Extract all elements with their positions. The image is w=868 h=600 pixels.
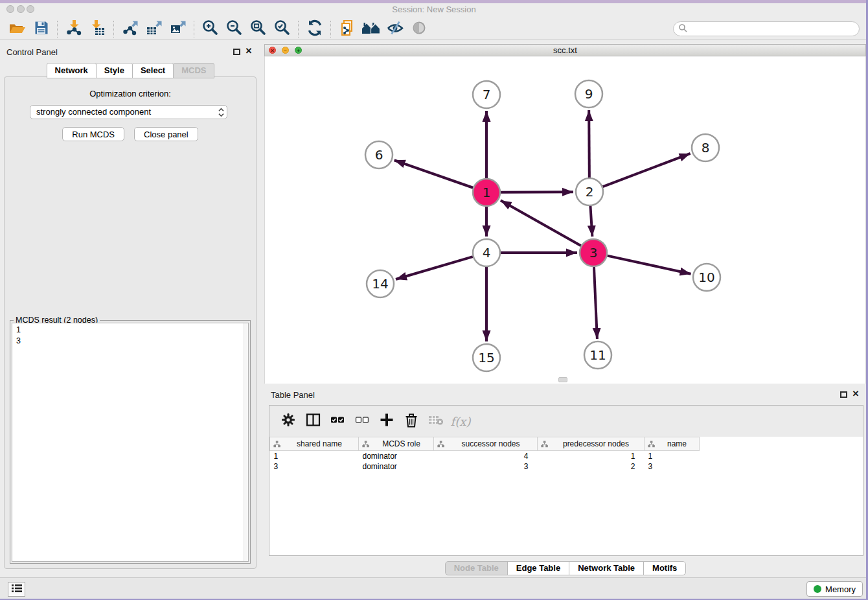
delete-table-button[interactable] (424, 411, 448, 432)
graph-edge-3-1[interactable] (501, 200, 581, 246)
table-row[interactable]: 1dominator411 (270, 451, 700, 461)
tab-style[interactable]: Style (96, 63, 133, 78)
graph-edge-2-8[interactable] (603, 154, 691, 187)
export-network-button[interactable] (118, 19, 142, 39)
graph-node-4[interactable]: 4 (473, 239, 500, 266)
search-input[interactable] (690, 23, 859, 35)
cell-predecessor-nodes[interactable]: 1 (538, 451, 645, 461)
zoom-out-button[interactable] (222, 19, 246, 39)
cell-name[interactable]: 3 (645, 461, 700, 472)
tab-network-table[interactable]: Network Table (569, 561, 644, 575)
float-table-panel-icon[interactable] (840, 391, 847, 398)
graph-node-6[interactable]: 6 (365, 141, 393, 168)
tab-select[interactable]: Select (132, 63, 174, 78)
tab-motifs[interactable]: Motifs (643, 561, 686, 575)
disabled-view-button[interactable] (407, 19, 431, 39)
graph-node-3[interactable]: 3 (580, 239, 607, 266)
graph-edge-4-14[interactable] (396, 257, 473, 279)
main-toolbar (0, 18, 868, 40)
table-row[interactable]: 3dominator323 (270, 461, 700, 472)
import-table-button[interactable] (86, 19, 109, 39)
deselect-all-rows-button[interactable] (350, 411, 374, 432)
column-header-mcds-role[interactable]: MCDS role (359, 437, 434, 451)
network-canvas[interactable]: 7968124314101511 (264, 56, 866, 384)
first-neighbors-button[interactable] (359, 19, 383, 39)
run-mcds-button[interactable]: Run MCDS (62, 127, 124, 141)
graph-node-2[interactable]: 2 (576, 178, 603, 205)
svg-text:3: 3 (589, 245, 598, 260)
save-session-button[interactable] (29, 19, 53, 39)
column-header-successor-nodes[interactable]: successor nodes (434, 437, 538, 451)
memory-button[interactable]: Memory (806, 581, 863, 597)
network-window-titlebar[interactable]: scc.txt (264, 44, 866, 56)
delete-row-button[interactable] (399, 411, 424, 432)
table-panel-title: Table Panel (271, 390, 315, 400)
graph-node-7[interactable]: 7 (473, 81, 500, 108)
column-label: predecessor nodes (563, 439, 629, 448)
zoom-selected-button[interactable] (270, 19, 294, 39)
export-image-button[interactable] (166, 19, 190, 39)
houses-icon (361, 20, 381, 38)
graph-node-8[interactable]: 8 (692, 134, 719, 161)
cell-shared-name[interactable]: 1 (270, 451, 359, 461)
window-frame-top (0, 0, 868, 3)
result-scrollbar[interactable] (244, 323, 248, 561)
graph-node-1[interactable]: 1 (473, 179, 500, 206)
column-header-predecessor-nodes[interactable]: predecessor nodes (538, 437, 645, 451)
task-history-button[interactable] (8, 582, 25, 597)
export-table-button[interactable] (142, 19, 166, 39)
cell-successor-nodes[interactable]: 4 (434, 451, 538, 461)
graph-node-14[interactable]: 14 (367, 270, 394, 297)
mcds-result-text[interactable]: 1 3 (12, 323, 249, 562)
tab-edge-table[interactable]: Edge Table (507, 561, 569, 575)
svg-text:8: 8 (702, 140, 710, 156)
table-settings-button[interactable] (276, 411, 301, 432)
graph-node-11[interactable]: 11 (584, 341, 611, 369)
node-table: shared nameMCDS rolesuccessor nodesprede… (269, 437, 700, 472)
add-row-button[interactable] (374, 411, 399, 432)
float-panel-icon[interactable] (233, 49, 240, 55)
cell-mcds-role[interactable]: dominator (359, 451, 434, 461)
tab-network[interactable]: Network (47, 63, 97, 78)
import-network-button[interactable] (62, 19, 86, 39)
graph-node-15[interactable]: 15 (473, 344, 500, 371)
column-visibility-button[interactable] (301, 411, 325, 432)
clone-network-button[interactable] (335, 19, 359, 39)
search-field[interactable] (673, 21, 860, 36)
attribute-icon (437, 441, 444, 450)
column-header-shared-name[interactable]: shared name (270, 437, 359, 451)
close-table-panel-icon[interactable] (851, 389, 860, 398)
gray-sphere-icon (411, 20, 427, 38)
graph-edge-2-3[interactable] (590, 206, 592, 237)
column-header-name[interactable]: name (645, 437, 700, 451)
zoom-fit-button[interactable] (246, 19, 270, 39)
open-session-button[interactable] (5, 19, 29, 39)
svg-text:2: 2 (586, 184, 594, 200)
close-panel-icon[interactable] (244, 46, 253, 56)
graph-node-10[interactable]: 10 (693, 264, 720, 291)
graph-edge-2-9[interactable] (589, 110, 589, 178)
column-label: successor nodes (461, 439, 520, 448)
optimization-criterion-dropdown[interactable]: strongly connected component (30, 105, 227, 119)
refresh-view-button[interactable] (303, 19, 326, 39)
cell-mcds-role[interactable]: dominator (359, 461, 434, 472)
tab-node-table[interactable]: Node Table (445, 561, 508, 575)
function-builder-button[interactable]: f(x) (448, 411, 473, 432)
close-panel-button[interactable]: Close panel (134, 127, 198, 141)
cell-predecessor-nodes[interactable]: 2 (538, 461, 645, 472)
fx-icon: f(x) (451, 415, 471, 428)
zoom-in-button[interactable] (198, 19, 222, 39)
cell-name[interactable]: 1 (645, 451, 700, 461)
canvas-splitter-grip[interactable] (558, 377, 567, 382)
graph-edge-1-6[interactable] (394, 160, 474, 187)
tab-mcds[interactable]: MCDS (173, 63, 214, 78)
graph-edge-3-10[interactable] (607, 256, 691, 274)
graph-node-9[interactable]: 9 (575, 80, 602, 108)
cell-shared-name[interactable]: 3 (270, 461, 359, 472)
checked-boxes-icon (330, 413, 345, 430)
graph-edge-1-2[interactable] (501, 192, 573, 192)
show-hide-button[interactable] (383, 19, 407, 39)
cell-successor-nodes[interactable]: 3 (434, 461, 538, 472)
select-all-rows-button[interactable] (325, 411, 350, 432)
graph-edge-3-11[interactable] (594, 267, 597, 339)
